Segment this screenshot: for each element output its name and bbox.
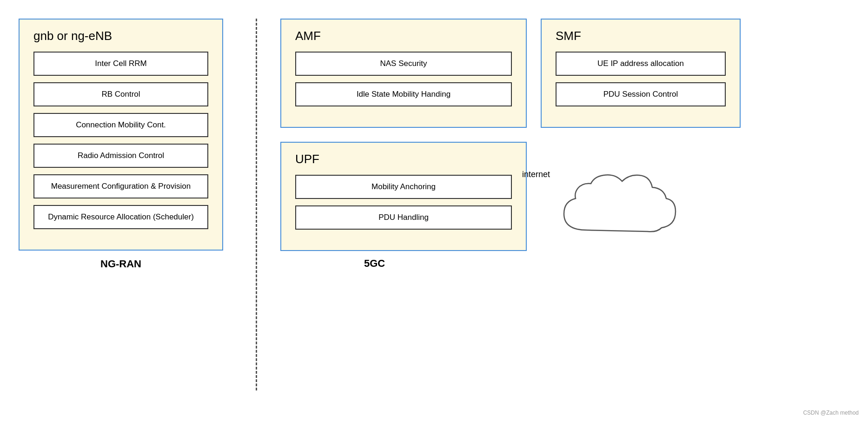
amf-box: AMF NAS Security Idle State Mobility Han… — [280, 19, 527, 128]
ngran-title: gnb or ng-eNB — [33, 29, 208, 43]
smf-box: SMF UE IP address allocation PDU Session… — [541, 19, 741, 128]
fivegc-section: AMF NAS Security Idle State Mobility Han… — [280, 19, 849, 270]
fivegc-label: 5GC — [364, 258, 385, 270]
function-box-0: Inter Cell RRM — [33, 52, 208, 76]
amf-function-0: NAS Security — [295, 52, 512, 76]
internet-cloud-container: internet — [550, 165, 680, 251]
divider — [256, 19, 257, 390]
smf-function-1: PDU Session Control — [556, 82, 726, 106]
smf-function-0: UE IP address allocation — [556, 52, 726, 76]
cloud-icon — [550, 165, 680, 249]
ngran-box: gnb or ng-eNB Inter Cell RRM RB Control … — [19, 19, 223, 251]
smf-title: SMF — [556, 29, 726, 43]
upf-function-0: Mobility Anchoring — [295, 175, 512, 199]
ngran-label: NG-RAN — [100, 258, 141, 270]
internet-label: internet — [522, 170, 550, 179]
function-box-2: Connection Mobility Cont. — [33, 113, 208, 137]
upf-box: UPF Mobility Anchoring PDU Handling — [280, 142, 527, 251]
fivegc-top-row: AMF NAS Security Idle State Mobility Han… — [280, 19, 849, 128]
function-box-3: Radio Admission Control — [33, 144, 208, 168]
upf-title: UPF — [295, 152, 512, 166]
fivegc-bottom-row: UPF Mobility Anchoring PDU Handling 5GC … — [280, 142, 849, 270]
watermark: CSDN @Zach method — [803, 410, 859, 416]
function-box-1: RB Control — [33, 82, 208, 106]
function-box-5: Dynamic Resource Allocation (Scheduler) — [33, 205, 208, 229]
function-box-4: Measurement Configuration & Provision — [33, 174, 208, 198]
amf-function-1: Idle State Mobility Handing — [295, 82, 512, 106]
upf-function-1: PDU Handling — [295, 205, 512, 230]
diagram-container: gnb or ng-eNB Inter Cell RRM RB Control … — [0, 0, 868, 423]
ngran-section: gnb or ng-eNB Inter Cell RRM RB Control … — [19, 19, 223, 270]
amf-title: AMF — [295, 29, 512, 43]
